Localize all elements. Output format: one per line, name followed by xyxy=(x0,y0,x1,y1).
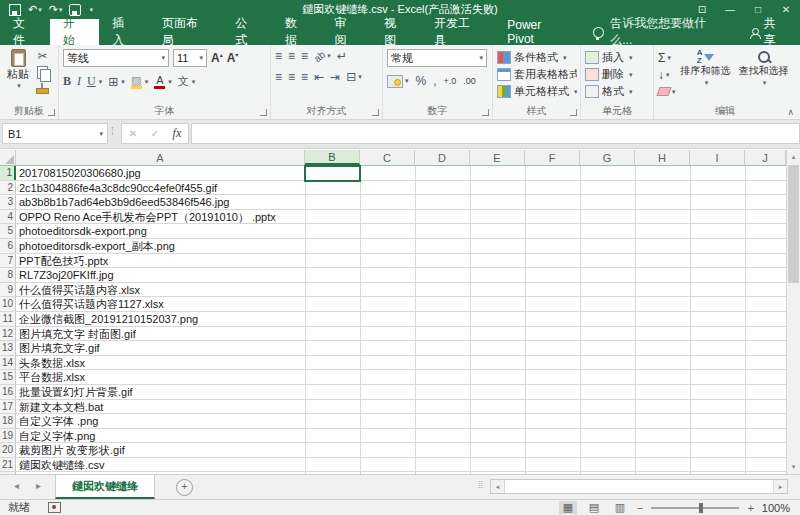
undo-dropdown-icon[interactable]: ▾ xyxy=(38,0,42,19)
tab-review[interactable]: 审阅 xyxy=(322,19,372,45)
scroll-up-button[interactable]: ▴ xyxy=(787,150,800,164)
align-top-button[interactable]: ≡ xyxy=(275,49,282,63)
cut-button[interactable]: ✂ xyxy=(36,49,49,63)
table-row[interactable]: 1 20170815020306680.jpg xyxy=(0,166,786,181)
table-row[interactable]: 5 photoeditorsdk-export.png xyxy=(0,224,786,239)
orientation-dropdown-icon[interactable]: ▾ xyxy=(327,52,331,60)
active-cell-selection[interactable] xyxy=(304,165,361,182)
fill-dropdown-icon[interactable]: ▾ xyxy=(666,71,670,79)
column-header-c[interactable]: C xyxy=(360,150,415,165)
collapse-ribbon-button[interactable]: ∧ xyxy=(787,107,794,117)
accounting-format-button[interactable] xyxy=(387,75,403,88)
sheet-tab[interactable]: 鑓囡欢键缱绛 xyxy=(55,475,155,499)
minimize-button[interactable]: — xyxy=(716,0,744,19)
table-row[interactable]: 8 RL7Z3oj20FKIff.jpg xyxy=(0,268,786,283)
enter-button[interactable]: ✓ xyxy=(151,128,159,139)
clipboard-dialog-launcher-icon[interactable] xyxy=(48,109,55,116)
customize-qat-button[interactable]: ▾ xyxy=(88,0,93,19)
align-center-button[interactable]: ≡ xyxy=(288,70,295,84)
tab-developer[interactable]: 开发工具 xyxy=(421,19,494,45)
sort-filter-button[interactable]: AZ 排序和筛选 ▾ xyxy=(678,49,734,89)
vertical-scrollbar-thumb[interactable] xyxy=(788,165,799,283)
decrease-decimal-button[interactable]: .00 xyxy=(463,76,476,86)
font-dialog-launcher-icon[interactable] xyxy=(260,109,267,116)
tab-splitter-grip[interactable]: ⁞⁞ xyxy=(478,480,483,490)
conditional-formatting-button[interactable]: 条件格式 ▾ xyxy=(497,49,577,66)
table-row[interactable]: 2 2c1b304886fe4a3c8dc90cc4efe0f455.gif xyxy=(0,181,786,196)
row-number[interactable]: 14 xyxy=(0,356,16,370)
font-size-dropdown-icon[interactable]: ▾ xyxy=(199,54,203,62)
align-left-button[interactable]: ≡ xyxy=(275,70,282,84)
save-button[interactable] xyxy=(9,4,21,16)
sheet-nav-left-button[interactable]: ◂ xyxy=(14,480,19,491)
name-box[interactable]: B1 ▾ xyxy=(2,123,108,144)
clear-button[interactable]: ▾ xyxy=(658,83,676,100)
redo-button[interactable]: ↷▾ xyxy=(49,0,63,19)
merge-center-dropdown-icon[interactable]: ▾ xyxy=(358,73,362,81)
column-header-d[interactable]: D xyxy=(415,150,470,165)
tab-view[interactable]: 视图 xyxy=(371,19,421,45)
alignment-dialog-launcher-icon[interactable] xyxy=(372,109,379,116)
cell-styles-button[interactable]: 单元格样式 ▾ xyxy=(497,83,577,100)
tab-power-pivot[interactable]: Power Pivot xyxy=(494,19,583,45)
align-middle-button[interactable]: ≡ xyxy=(288,49,295,63)
share-button[interactable]: 共享 xyxy=(737,19,800,45)
row-number[interactable]: 2 xyxy=(0,181,16,195)
select-all-button[interactable] xyxy=(0,150,16,165)
table-row[interactable]: 20 裁剪图片 改变形状.gif xyxy=(0,443,786,458)
insert-cells-button[interactable]: 插入 ▾ xyxy=(585,49,650,66)
table-row[interactable]: 9 什么值得买话题内容.xlsx xyxy=(0,283,786,298)
table-row[interactable]: 18 自定义字体 .png xyxy=(0,414,786,429)
font-name-dropdown-icon[interactable]: ▾ xyxy=(161,54,165,62)
row-number[interactable]: 17 xyxy=(0,400,16,414)
underline-dropdown-icon[interactable]: ▾ xyxy=(99,78,103,86)
table-row[interactable]: 17 新建文本文档.bat xyxy=(0,400,786,415)
new-sheet-button[interactable]: + xyxy=(176,479,193,496)
delete-cells-button[interactable]: 删除 ▾ xyxy=(585,66,650,83)
font-color-button[interactable]: A xyxy=(154,75,165,89)
table-row[interactable]: 6 photoeditorsdk-export_副本.png xyxy=(0,239,786,254)
table-row[interactable]: 14 头条数据.xlsx xyxy=(0,356,786,371)
horizontal-scrollbar-thumb[interactable] xyxy=(504,480,774,493)
tab-page-layout[interactable]: 页面布局 xyxy=(149,19,222,45)
table-row[interactable]: 16 批量设置幻灯片背景.gif xyxy=(0,385,786,400)
orientation-button[interactable]: ab xyxy=(312,48,328,64)
column-header-h[interactable]: H xyxy=(635,150,690,165)
table-row[interactable]: 10 什么值得买话题内容1127.xlsx xyxy=(0,297,786,312)
decrease-font-button[interactable]: A▾ xyxy=(227,51,239,65)
table-row[interactable]: 19 自定义字体.png xyxy=(0,429,786,444)
row-number[interactable]: 7 xyxy=(0,254,16,268)
zoom-slider-thumb[interactable] xyxy=(699,503,703,513)
undo-button[interactable]: ↶▾ xyxy=(28,0,42,19)
column-header-b[interactable]: B xyxy=(305,150,360,165)
table-row[interactable]: 3 ab3b8b1b7ad64eb3b9d6eed53846f546.jpg xyxy=(0,195,786,210)
number-dialog-launcher-icon[interactable] xyxy=(482,109,489,116)
row-number[interactable]: 11 xyxy=(0,312,16,326)
scroll-down-button[interactable]: ▾ xyxy=(787,460,800,474)
column-header-e[interactable]: E xyxy=(470,150,525,165)
format-as-table-button[interactable]: 套用表格格式 ▾ xyxy=(497,66,577,83)
restore-button[interactable]: □ xyxy=(744,0,772,19)
copy-button[interactable] xyxy=(36,66,49,79)
cell-styles-dropdown-icon[interactable]: ▾ xyxy=(574,88,577,96)
conditional-formatting-dropdown-icon[interactable]: ▾ xyxy=(563,54,567,62)
zoom-level-label[interactable]: 100% xyxy=(762,502,790,514)
paste-button[interactable]: 粘贴 ▾ xyxy=(4,49,32,90)
format-cells-button[interactable]: 格式 ▾ xyxy=(585,83,650,100)
font-size-select[interactable]: 11 ▾ xyxy=(173,49,207,67)
font-name-select[interactable]: 等线 ▾ xyxy=(63,49,169,67)
fill-color-dropdown-icon[interactable]: ▾ xyxy=(145,78,149,86)
delete-cells-dropdown-icon[interactable]: ▾ xyxy=(629,71,633,79)
table-row[interactable]: 15 平台数据.xlsx xyxy=(0,370,786,385)
row-number[interactable]: 19 xyxy=(0,429,16,443)
row-number[interactable]: 8 xyxy=(0,268,16,282)
column-header-g[interactable]: G xyxy=(580,150,635,165)
tab-insert[interactable]: 插入 xyxy=(99,19,149,45)
wrap-text-button[interactable]: ↵ xyxy=(337,49,347,63)
row-number[interactable]: 21 xyxy=(0,458,16,472)
scroll-left-button[interactable]: ◂ xyxy=(491,480,504,493)
format-cells-dropdown-icon[interactable]: ▾ xyxy=(629,88,633,96)
row-number[interactable]: 12 xyxy=(0,327,16,341)
column-header-i[interactable]: I xyxy=(690,150,745,165)
row-number[interactable]: 18 xyxy=(0,414,16,428)
